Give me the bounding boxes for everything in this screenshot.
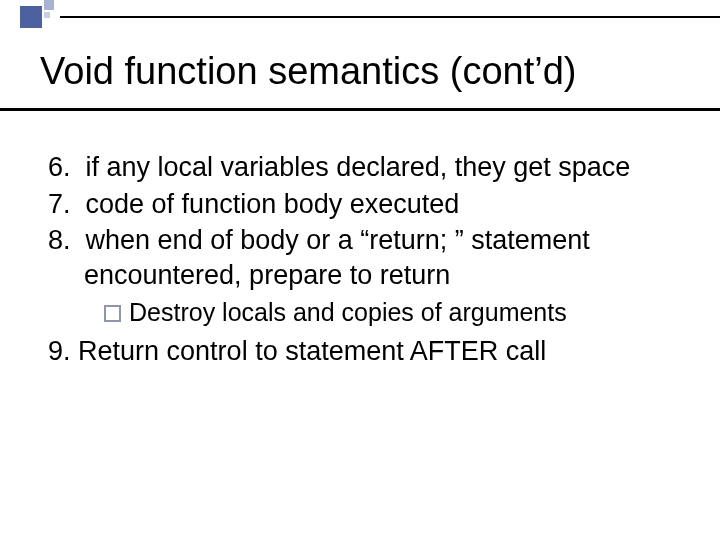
slide-body: 6. if any local variables declared, they… — [48, 150, 680, 371]
top-rule — [60, 16, 720, 18]
item-number: 6. — [48, 152, 71, 182]
item-text: Return control to statement AFTER call — [78, 336, 546, 366]
item-text: when end of body or a “return; ” stateme… — [84, 225, 590, 290]
item-text: if any local variables declared, they ge… — [86, 152, 631, 182]
item-text: code of function body executed — [86, 189, 460, 219]
corner-square-small — [44, 0, 54, 10]
list-item: 6. if any local variables declared, they… — [48, 150, 680, 185]
title-underline — [0, 108, 720, 111]
slide: Void function semantics (cont’d) 6. if a… — [0, 0, 720, 540]
corner-square-tiny — [44, 12, 50, 18]
sub-item-text: Destroy locals and copies of arguments — [129, 298, 567, 326]
list-item: 9. Return control to statement AFTER cal… — [48, 334, 680, 369]
item-number: 8. — [48, 225, 71, 255]
corner-square-large — [20, 6, 42, 28]
bullet-box-icon — [104, 305, 121, 322]
list-item: 7. code of function body executed — [48, 187, 680, 222]
item-number: 7. — [48, 189, 71, 219]
item-number: 9. — [48, 336, 71, 366]
sub-item: Destroy locals and copies of arguments — [48, 296, 680, 328]
slide-title: Void function semantics (cont’d) — [40, 50, 690, 94]
corner-decoration — [0, 0, 90, 40]
list-item: 8. when end of body or a “return; ” stat… — [48, 223, 680, 292]
